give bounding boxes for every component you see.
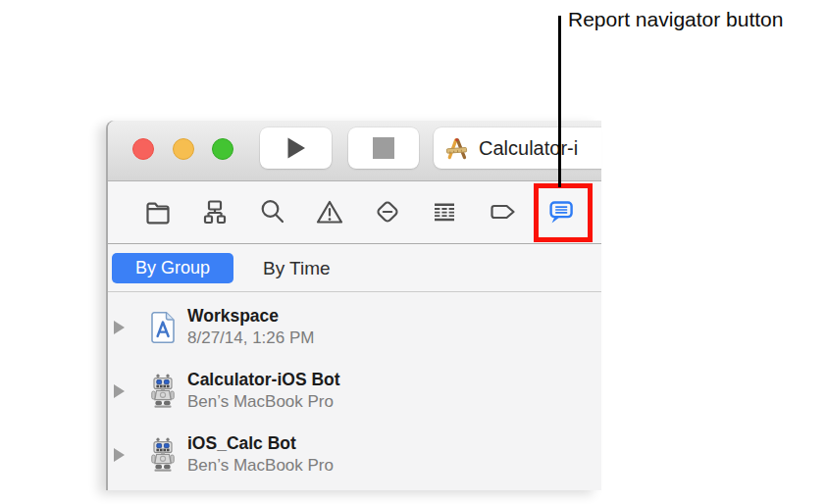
thread-list-icon (429, 196, 460, 227)
test-navigator-button[interactable] (372, 196, 403, 227)
disclosure-triangle-icon[interactable] (114, 321, 125, 334)
project-navigator-button[interactable] (142, 196, 174, 227)
stop-icon (373, 137, 394, 159)
xcode-project-icon (443, 135, 470, 162)
report-row-subtitle: Ben’s MacBook Pro (187, 455, 334, 477)
warning-triangle-icon (314, 196, 345, 227)
debug-navigator-button[interactable] (429, 196, 460, 227)
scheme-name: Calculator-i (479, 137, 578, 160)
window-titlebar: Calculator-i (108, 121, 601, 181)
workspace-document-icon (145, 311, 181, 344)
report-row-title: Workspace (187, 305, 314, 328)
run-button[interactable] (260, 127, 332, 169)
folder-icon (142, 196, 174, 227)
play-icon (286, 136, 306, 160)
report-row-title: iOS_Calc Bot (187, 432, 334, 455)
symbol-navigator-button[interactable] (199, 196, 231, 227)
minimize-button[interactable] (173, 138, 194, 160)
diamond-minus-icon (372, 196, 403, 227)
report-row-workspace[interactable]: Workspace 8/27/14, 1:26 PM (108, 295, 601, 359)
search-icon (257, 196, 288, 227)
stop-button[interactable] (348, 127, 419, 169)
bot-icon (145, 374, 181, 409)
callout-label: Report navigator button (568, 8, 783, 31)
xcode-window: Calculator-i (108, 121, 601, 490)
scheme-selector[interactable]: Calculator-i (434, 127, 601, 169)
filter-bar: By Group By Time (108, 244, 601, 292)
report-row-subtitle: Ben’s MacBook Pro (187, 391, 340, 413)
callout-line (558, 16, 561, 187)
report-row-bot[interactable]: Calculator-iOS Bot Ben’s MacBook Pro (108, 359, 601, 423)
report-row-subtitle: 8/27/14, 1:26 PM (187, 328, 314, 349)
breakpoint-tag-icon (487, 196, 518, 227)
hierarchy-icon (199, 196, 231, 227)
disclosure-triangle-icon[interactable] (114, 448, 125, 462)
breakpoint-navigator-button[interactable] (487, 196, 518, 227)
by-group-tab[interactable]: By Group (112, 253, 233, 283)
navigator-bar (108, 181, 601, 244)
report-row-title: Calculator-iOS Bot (187, 369, 340, 391)
zoom-button[interactable] (212, 138, 233, 160)
bot-icon (145, 437, 181, 473)
disclosure-triangle-icon[interactable] (114, 384, 125, 398)
report-navigator-highlight-box (534, 183, 593, 242)
find-navigator-button[interactable] (257, 196, 288, 227)
by-time-tab[interactable]: By Time (255, 253, 338, 283)
report-row-bot[interactable]: iOS_Calc Bot Ben’s MacBook Pro (108, 423, 601, 486)
documentation-figure: Report navigator button (0, 0, 827, 504)
close-button[interactable] (132, 138, 154, 160)
report-list: Workspace 8/27/14, 1:26 PM (108, 292, 601, 486)
issue-navigator-button[interactable] (314, 196, 345, 227)
